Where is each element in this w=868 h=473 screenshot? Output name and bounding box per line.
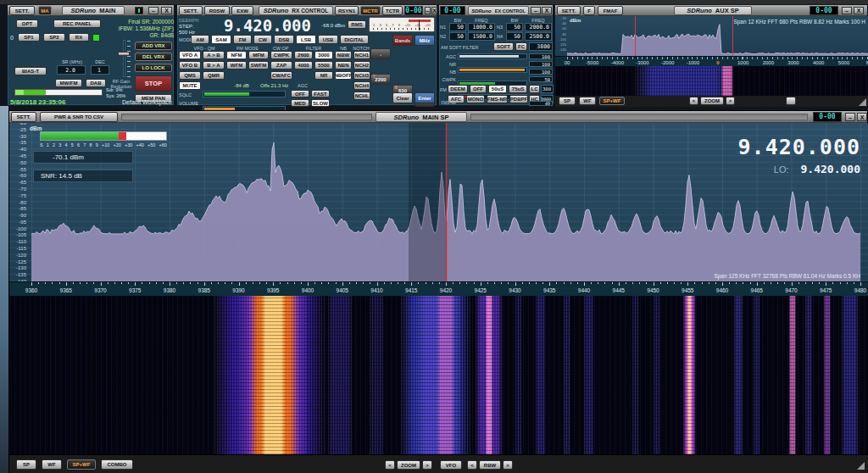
agc-fast-button[interactable]: FAST [311, 90, 330, 97]
main-settings-button[interactable]: SETT. [9, 6, 35, 15]
mono-button[interactable]: MONO [466, 95, 485, 103]
mute-button[interactable]: MUTE [179, 81, 201, 90]
agc-med-button[interactable]: MED [291, 99, 309, 107]
main-spectrum[interactable]: -20-25-30-35-40-45-50-55-60-65-70-75-80-… [9, 123, 868, 281]
nch4-button[interactable]: NCH4 [353, 81, 370, 90]
filter-3000-button[interactable]: 3000 [314, 51, 333, 59]
stop-button[interactable]: STOP [135, 75, 172, 92]
aux-misc-button[interactable] [786, 97, 796, 105]
rbw-up-button[interactable]: > [503, 460, 513, 470]
qms-button[interactable]: QMS [179, 71, 201, 80]
sr-field[interactable]: 2.0 [57, 65, 86, 75]
mainsp-settings-button[interactable]: SETT. [11, 112, 36, 122]
n3-bw-field[interactable]: 50 [506, 23, 523, 31]
bias-t-button[interactable]: BIAS-T [14, 67, 47, 75]
agc-off-button[interactable]: OFF [291, 90, 309, 97]
close-icon[interactable]: X [161, 7, 172, 14]
sp-mode-button[interactable]: SP [16, 459, 36, 470]
wf-mode-button[interactable]: WF [42, 459, 62, 470]
rsyn1-button[interactable]: RSYN1 [335, 6, 359, 15]
mode-am-button[interactable]: AM [191, 35, 209, 44]
close-icon[interactable]: X [854, 7, 864, 14]
keypad-mhz-button[interactable]: MHz [415, 35, 435, 46]
aux-spectrum[interactable]: -20-40-60-80-100-120-140 dBm Span 12 KHz… [555, 16, 868, 56]
n4-freq-field[interactable]: 2500.0 [525, 32, 552, 41]
cwpk-button[interactable]: CWPK [270, 51, 292, 59]
sp-wf-mode-button[interactable]: SP+WF [67, 459, 96, 470]
exw-button[interactable]: EXW [231, 6, 253, 15]
pwr-snr-csv-button[interactable]: PWR & SNR TO CSV [40, 112, 118, 122]
dab-notch-button[interactable]: DAB [86, 79, 106, 87]
aux-sp-button[interactable]: SP [559, 97, 576, 105]
filter-4000-button[interactable]: 4000 [294, 61, 313, 70]
close-icon[interactable]: X [857, 113, 867, 121]
a-to-b-button[interactable]: A > B [203, 51, 225, 59]
nch2-button[interactable]: NCH2 [353, 61, 370, 70]
minimize-button[interactable]: – [845, 113, 855, 121]
opt-button[interactable]: OPT [16, 19, 38, 28]
cwafc-button[interactable]: CWAFC [270, 71, 292, 80]
rf-gain-slider-track[interactable] [123, 40, 125, 77]
resize-grip[interactable] [857, 462, 865, 470]
minimize-button[interactable]: – [531, 7, 541, 14]
lc-button[interactable]: LC [529, 85, 540, 93]
mode-dsb-button[interactable]: DSB [274, 35, 294, 44]
zoom-in-button[interactable]: > [422, 460, 432, 470]
nr-slider[interactable] [458, 67, 527, 73]
nfm-button[interactable]: NFM [226, 51, 247, 59]
vfo-cursor-line[interactable] [446, 123, 447, 281]
n4-bw-field[interactable]: 50 [506, 32, 523, 41]
aux-waterfall[interactable] [555, 66, 868, 96]
rms-button[interactable]: RMS [348, 20, 366, 29]
fms-nr-button[interactable]: FMS-NR [487, 95, 508, 103]
keypad-2200-button[interactable]: 72200 [370, 74, 391, 85]
keypad-clear-button[interactable]: Clear [392, 92, 413, 103]
aux-zoom-in-button[interactable]: > [726, 97, 735, 105]
lo-readout[interactable]: LO:9.420.000 [603, 161, 860, 176]
nchl-button[interactable]: NCHL [353, 92, 370, 100]
aux-sp-wf-button[interactable]: SP+WF [599, 97, 625, 105]
mode-fm-button[interactable]: FM [233, 35, 252, 44]
n1-freq-field[interactable]: 1000.0 [468, 23, 495, 31]
agc-slider[interactable] [458, 53, 527, 59]
deem-75us-button[interactable]: 75uS [509, 85, 527, 93]
nch1-button[interactable]: NCH1 [353, 51, 370, 59]
filter-5500-button[interactable]: 5500 [314, 61, 333, 70]
n2-bw-field[interactable]: 50 [449, 32, 466, 41]
aux-f-button[interactable]: F [583, 6, 595, 15]
filter-2600-button[interactable]: 2600 [294, 51, 313, 59]
agc-slow-button[interactable]: SLOW [311, 99, 330, 107]
mode-sam-button[interactable]: SAM [211, 35, 231, 44]
vfo-a-button[interactable]: VFO A [179, 51, 201, 59]
rf-gain-slider-handle[interactable] [118, 52, 130, 56]
nbw-button[interactable]: NBW [335, 51, 352, 59]
mode-cw-button[interactable]: CW [253, 35, 272, 44]
mode-digital-button[interactable]: DIGITAL [340, 35, 369, 44]
qmr-button[interactable]: QMR [203, 71, 225, 80]
n1-bw-field[interactable]: 50 [449, 23, 466, 31]
lo-lock-button[interactable]: LO LOCK [135, 64, 172, 72]
wfm-button[interactable]: WFM [226, 61, 247, 70]
resize-grip[interactable] [859, 98, 866, 106]
rx-settings-button[interactable]: SETT. [179, 6, 203, 15]
mctr-button[interactable]: MCTR [360, 6, 381, 15]
keypad-enter-button[interactable]: Enter [415, 92, 435, 103]
mode-lsb-button[interactable]: LSB [296, 35, 316, 44]
lc-field[interactable]: 300 [541, 85, 554, 93]
dec-field[interactable]: 1 [91, 65, 109, 75]
zap-button[interactable]: ZAP [270, 61, 292, 70]
aux-settings-button[interactable]: SETT. [557, 6, 581, 15]
mw-fm-notch-button[interactable]: MW/FM [55, 79, 82, 87]
main-badge[interactable]: MA [38, 6, 52, 15]
deem-50us-button[interactable]: 50uS [488, 85, 507, 93]
minimize-button[interactable]: – [842, 7, 852, 14]
pdbpf-button[interactable]: PDBPF [509, 95, 528, 103]
close-icon[interactable]: X [542, 7, 552, 14]
aux-zoom-out-button[interactable]: < [689, 97, 698, 105]
b-to-a-button[interactable]: B > A [203, 61, 225, 70]
zoom-out-button[interactable]: < [385, 460, 395, 470]
sp1-button[interactable]: SP1 [18, 33, 40, 42]
rbw-down-button[interactable]: < [467, 460, 477, 470]
combo-mode-button[interactable]: COMBO [101, 459, 133, 470]
mfm-button[interactable]: MFM [248, 51, 269, 59]
